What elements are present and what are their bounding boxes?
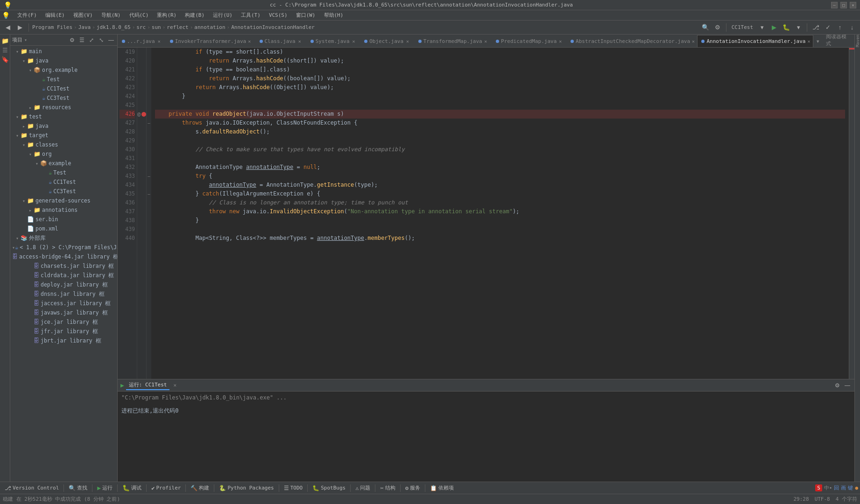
tab-close-system[interactable]: ✕ — [352, 38, 356, 45]
toolbar-search-btn[interactable]: 🔍 — [700, 22, 711, 33]
tool-build[interactable]: 🔨 构建 — [188, 483, 212, 492]
panel-minimize-btn[interactable]: — — [843, 381, 852, 390]
tabs-overflow-btn[interactable]: ▾ — [813, 35, 822, 47]
toolbar-settings-btn[interactable]: ⚙ — [712, 22, 723, 33]
tree-item-jar-dnsns[interactable]: 🗄 dnsns.jar library 框 — [10, 289, 117, 299]
tree-item-test2[interactable]: ☕ Test — [10, 168, 117, 177]
tree-item-generated[interactable]: ▾ 📁 generated-sources — [10, 196, 117, 205]
menu-build[interactable]: 构建(B) — [181, 11, 208, 20]
tree-item-annotations[interactable]: ▸ 📁 annotations — [10, 205, 117, 215]
tree-item-java1[interactable]: ▾ 📁 java — [10, 56, 117, 65]
bottom-tab-run[interactable]: 运行: CC1Test — [126, 380, 170, 390]
tree-item-target[interactable]: ▾ 📁 target — [10, 131, 117, 140]
tool-debug[interactable]: 🐛 调试 — [120, 483, 144, 492]
tab-close-object[interactable]: ✕ — [405, 38, 410, 45]
tree-item-test1[interactable]: ☕ Test — [10, 75, 117, 84]
tab-r-java[interactable]: ...r.java ✕ — [118, 35, 166, 47]
tree-item-pomxml[interactable]: 📄 pom.xml — [10, 224, 117, 233]
tree-item-jar-cldrdata[interactable]: 🗄 cldrdata.jar library 框 — [10, 271, 117, 280]
tab-predicatedmap[interactable]: PredicatedMap.java ✕ — [492, 35, 566, 47]
tool-problems[interactable]: ⚠ 问题 — [352, 483, 373, 492]
breadcrumb-java[interactable]: Java — [78, 24, 91, 30]
status-line-col[interactable]: 29:28 — [794, 496, 809, 502]
code-content[interactable]: if (type == short[].class) return Arrays… — [151, 48, 849, 379]
tool-spotbugs[interactable]: 🐛 SpotBugs — [310, 484, 348, 492]
tab-annotationinvocation[interactable]: AnnotationInvocationHandler.java ✕ — [697, 35, 813, 47]
sidebar-expand-btn[interactable]: ⤢ — [87, 36, 96, 44]
tree-item-java2[interactable]: ▸ 📁 java — [10, 121, 117, 131]
ig-426[interactable]: @ — [137, 110, 146, 119]
breadcrumb-file[interactable]: AnnotationInvocationHandler — [231, 24, 315, 30]
tab-close-class[interactable]: ✕ — [297, 38, 302, 45]
tab-class[interactable]: Class.java ✕ — [255, 35, 306, 47]
tab-close-tm[interactable]: ✕ — [484, 38, 487, 45]
tool-todo[interactable]: ☰ TODO — [281, 484, 306, 492]
menu-help[interactable]: 帮助(H) — [320, 11, 347, 20]
tab-object[interactable]: Object.java ✕ — [360, 35, 414, 47]
tree-item-external-libs[interactable]: ▾ 📚 外部库 — [10, 233, 117, 243]
debug-button[interactable]: 🐛 — [781, 22, 791, 33]
toolbar-push-btn[interactable]: ↑ — [835, 22, 845, 33]
tree-item-jar-charsets[interactable]: 🗄 charsets.jar library 框 — [10, 261, 117, 271]
tree-item-cc3test2[interactable]: ☕ CC3Test — [10, 187, 117, 196]
tab-close-it[interactable]: ✕ — [248, 38, 251, 45]
menu-refactor[interactable]: 重构(R) — [153, 11, 180, 20]
fold-427[interactable]: — — [147, 119, 151, 127]
tree-item-cc1test1[interactable]: ☕ CC1Test — [10, 84, 117, 93]
breadcrumb-jdk[interactable]: jdk1.8.0_65 — [97, 24, 131, 30]
sidebar-dropdown-icon[interactable]: ▾ — [24, 37, 27, 42]
tree-item-classes[interactable]: ▾ 📁 classes — [10, 140, 117, 149]
breakpoint-426[interactable] — [141, 112, 146, 117]
sidebar-minimize-btn[interactable]: — — [107, 36, 115, 44]
tree-item-jar-jfr[interactable]: 🗄 jfr.jar library 框 — [10, 327, 117, 336]
tab-close-rjava[interactable]: ✕ — [157, 38, 162, 45]
tree-item-example[interactable]: ▾ 📦 example — [10, 159, 117, 168]
tree-item-jdk18[interactable]: ▾ ☕ < 1.8 (2) > C:\Program Files\Java\jd… — [10, 243, 117, 252]
breadcrumb-sun[interactable]: sun — [152, 24, 161, 30]
sidebar-collapse-btn[interactable]: ⤡ — [97, 36, 106, 44]
panel-settings-btn[interactable]: ⚙ — [833, 381, 841, 390]
tree-item-jar-jaccess[interactable]: 🗄 jaccess.jar library 框 — [10, 299, 117, 308]
tree-item-cc3test1[interactable]: ☕ CC3Test — [10, 93, 117, 103]
toolbar-forward-btn[interactable]: ▶ — [15, 22, 25, 33]
menu-tools[interactable]: 工具(T) — [237, 11, 264, 20]
run-config-dropdown[interactable]: ▾ — [757, 22, 767, 33]
tree-item-orgexample[interactable]: ▾ 📦 org.example — [10, 65, 117, 75]
menu-run[interactable]: 运行(U) — [209, 11, 236, 20]
maven-label[interactable]: Maven — [855, 35, 860, 50]
toolbar-git-btn[interactable]: ⎇ — [811, 22, 821, 33]
tab-transformedmap[interactable]: TransformedMap.java ✕ — [414, 35, 492, 47]
toolbar-back-btn[interactable]: ◀ — [3, 22, 13, 33]
tree-item-main[interactable]: ▾ 📁 main — [10, 47, 117, 56]
tool-dependencies[interactable]: 📋 依赖项 — [427, 483, 457, 492]
reader-mode-btn[interactable]: 阅读器模式 — [822, 35, 854, 47]
tool-structure[interactable]: ✂ 结构 — [377, 483, 398, 492]
tool-python-packages[interactable]: 🐍 Python Packages — [216, 484, 276, 492]
tool-find[interactable]: 🔍 查找 — [66, 483, 90, 492]
close-button[interactable]: ✕ — [850, 2, 856, 8]
menu-vcs[interactable]: VCS(S) — [265, 11, 291, 19]
tab-close-pm[interactable]: ✕ — [558, 38, 562, 45]
breadcrumb-src[interactable]: src — [136, 24, 146, 30]
run-tab-close[interactable]: ✕ — [173, 382, 176, 388]
maximize-button[interactable]: □ — [840, 2, 847, 8]
tree-item-org[interactable]: ▾ 📁 org — [10, 149, 117, 159]
tree-item-jar-access[interactable]: 🗄 access-bridge-64.jar library 框 — [10, 252, 117, 261]
tab-invokertransformer[interactable]: InvokerTransformer.java ✕ — [166, 35, 255, 47]
tool-profiler[interactable]: ✔ Profiler — [148, 484, 183, 492]
tool-version-control[interactable]: ⎇ Version Control — [2, 484, 62, 492]
run-button[interactable]: ▶ — [769, 22, 779, 33]
tree-item-serbin[interactable]: 📄 ser.bin — [10, 215, 117, 224]
tool-run[interactable]: ▶ 运行 — [94, 483, 115, 492]
tab-close-ai[interactable]: ✕ — [692, 38, 695, 45]
sidebar-list-btn[interactable]: ☰ — [78, 36, 86, 44]
tree-item-jar-jce[interactable]: 🗄 jce.jar library 框 — [10, 317, 117, 327]
minimize-button[interactable]: — — [831, 2, 838, 8]
breadcrumb-reflect[interactable]: reflect — [167, 24, 188, 30]
tab-close-aih[interactable]: ✕ — [807, 38, 810, 45]
project-panel-icon[interactable]: 📁 — [1, 36, 9, 45]
menu-navigate[interactable]: 导航(N) — [98, 11, 125, 20]
tab-abstractinput[interactable]: AbstractInputCheckedMapDecorator.java ✕ — [566, 35, 697, 47]
breadcrumb-annotation[interactable]: annotation — [194, 24, 225, 30]
tree-item-resources[interactable]: ▸ 📁 resources — [10, 103, 117, 112]
